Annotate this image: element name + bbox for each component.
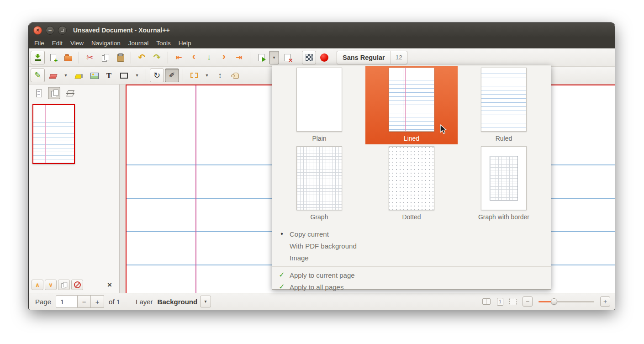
copy-page-button[interactable]	[58, 280, 70, 290]
window-minimize-button[interactable]: –	[46, 26, 54, 35]
menu-item-apply-current-page[interactable]: ✓ Apply to current page	[272, 269, 551, 281]
last-page-icon: ⇥	[236, 53, 242, 61]
menu-help[interactable]: Help	[179, 40, 191, 47]
vertical-space-button[interactable]: ↕	[213, 69, 227, 82]
menu-journal[interactable]: Journal	[128, 40, 148, 47]
delete-page-button[interactable]	[280, 51, 294, 64]
font-name-label: Sans Regular	[337, 54, 391, 61]
cut-button[interactable]: ✂	[83, 51, 97, 64]
dual-page-view-icon[interactable]	[482, 297, 491, 306]
template-label: Plain	[312, 135, 326, 142]
redo-icon: ↷	[153, 53, 161, 62]
eraser-dropdown-button[interactable]: ▾	[61, 69, 71, 82]
font-button[interactable]: Sans Regular 12	[337, 51, 407, 64]
template-graph-with-border[interactable]: Graph with border	[458, 144, 550, 225]
redo-button[interactable]: ↷	[150, 51, 164, 64]
sidebar-preview-layers-button[interactable]	[63, 87, 76, 99]
page-increment-button[interactable]: +	[91, 295, 104, 308]
page-spinner: 1 − +	[56, 295, 104, 308]
shape-tool-button[interactable]	[117, 69, 131, 82]
window-close-button[interactable]: ×	[33, 26, 42, 35]
template-graph[interactable]: Graph	[273, 144, 365, 225]
save-icon	[33, 53, 42, 62]
select-dropdown-button[interactable]: ▾	[202, 69, 212, 82]
layer-dropdown-button[interactable]: ▾	[200, 296, 211, 307]
menu-tools[interactable]: Tools	[156, 40, 171, 47]
highlighter-tool-button[interactable]	[72, 69, 86, 82]
shape-dropdown-button[interactable]: ▾	[132, 69, 142, 82]
copy-button[interactable]	[98, 51, 112, 64]
template-plain[interactable]: Plain	[273, 66, 365, 144]
eraser-tool-button[interactable]	[46, 69, 60, 82]
first-page-button[interactable]: ⇤	[172, 51, 186, 64]
menu-navigation[interactable]: Navigation	[91, 40, 121, 47]
menu-item-image[interactable]: Image	[272, 252, 551, 264]
grid-snapping-icon	[306, 54, 313, 61]
selection-rectangle-icon	[190, 73, 198, 78]
check-icon: ✓	[278, 283, 285, 291]
menu-item-apply-all-pages[interactable]: ✓ Apply to all pages	[272, 281, 551, 293]
menu-edit[interactable]: Edit	[52, 40, 63, 47]
fit-page-icon[interactable]	[509, 298, 517, 305]
menu-item-copy-current[interactable]: • Copy current	[272, 228, 551, 240]
page-count-label: of 1	[109, 298, 120, 306]
paste-button[interactable]	[113, 51, 127, 64]
undo-button[interactable]: ↶	[135, 51, 149, 64]
move-page-up-button[interactable]: ∧	[32, 280, 43, 290]
template-lined-preview	[389, 68, 434, 132]
grid-snapping-button[interactable]	[302, 51, 316, 64]
next-page-button[interactable]: ›	[217, 51, 231, 64]
new-document-button[interactable]	[46, 51, 60, 64]
page-template-dropdown-button[interactable]: ▾	[269, 51, 279, 64]
toolbar-separator	[146, 69, 146, 81]
previous-page-button[interactable]: ‹	[187, 51, 201, 64]
text-tool-button[interactable]: T	[102, 69, 116, 82]
sidebar-contents-button[interactable]	[32, 87, 45, 99]
blocked-icon	[74, 281, 81, 288]
hand-tool-button[interactable]	[228, 69, 242, 82]
page-decrement-button[interactable]: −	[78, 295, 91, 308]
single-page-view-icon[interactable]: 1	[497, 298, 503, 306]
zoom-slider-knob[interactable]	[551, 298, 557, 305]
sidebar-footer: ∧ ∨ ×	[32, 280, 116, 290]
record-audio-button[interactable]	[317, 51, 331, 64]
insert-page-button[interactable]	[254, 51, 268, 64]
template-dotted[interactable]: Dotted	[365, 144, 458, 225]
next-annotated-page-button[interactable]: ↓	[202, 51, 216, 64]
window-maximize-button[interactable]	[58, 26, 67, 35]
toolbar-separator	[168, 52, 168, 64]
apply-options: ✓ Apply to current page ✓ Apply to all p…	[272, 269, 551, 293]
zoom-out-button[interactable]: −	[523, 296, 533, 307]
open-button[interactable]	[61, 51, 75, 64]
delete-page-sidebar-button[interactable]	[71, 280, 83, 290]
page-thumbnail[interactable]	[32, 104, 75, 164]
template-ruled-preview	[481, 68, 527, 132]
template-label: Ruled	[496, 135, 512, 142]
close-sidebar-button[interactable]: ×	[104, 280, 116, 290]
image-tool-button[interactable]	[87, 69, 101, 82]
chevron-down-icon: ▾	[205, 299, 207, 304]
open-folder-icon	[63, 53, 73, 62]
move-page-down-button[interactable]: ∨	[45, 280, 57, 290]
last-page-button[interactable]: ⇥	[232, 51, 246, 64]
layer-label: Layer	[136, 298, 153, 306]
menu-item-with-pdf-background[interactable]: With PDF background	[272, 240, 551, 252]
layer-value: Background	[158, 298, 198, 306]
template-graph-preview	[296, 146, 342, 210]
select-rectangle-button[interactable]	[187, 69, 201, 82]
save-button[interactable]	[31, 51, 45, 64]
zoom-slider[interactable]	[538, 297, 594, 306]
sidebar-preview-pages-button[interactable]	[48, 87, 60, 99]
hand-icon	[231, 71, 240, 80]
zoom-in-button[interactable]: +	[600, 296, 610, 307]
pen-select-icon: ✐	[169, 72, 175, 79]
paste-icon	[116, 53, 125, 62]
menu-view[interactable]: View	[70, 40, 84, 47]
titlebar[interactable]: × – Unsaved Document - Xournal++	[29, 23, 615, 37]
pen-tool-button[interactable]: ✎	[31, 69, 45, 82]
rotation-snapping-button[interactable]: ↻	[150, 69, 164, 82]
select-pdf-text-button[interactable]: ✐	[165, 69, 179, 82]
menu-file[interactable]: File	[34, 40, 44, 47]
template-ruled[interactable]: Ruled	[458, 66, 550, 144]
page-number-input[interactable]: 1	[56, 295, 78, 308]
